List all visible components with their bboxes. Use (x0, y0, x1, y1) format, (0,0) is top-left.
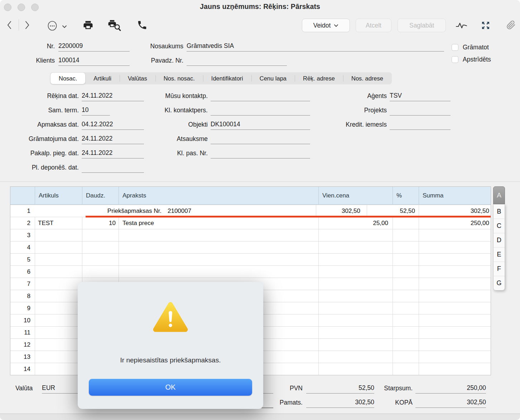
table-row[interactable]: 5 (10, 253, 491, 265)
atsauksme-field[interactable] (211, 133, 310, 144)
flip-tab-b[interactable]: B (493, 204, 505, 219)
artikuls-cell[interactable] (35, 229, 82, 241)
pct-cell[interactable] (393, 278, 419, 290)
gramatot-checkbox[interactable] (452, 44, 458, 51)
pakalp-pieg-dat-field[interactable]: 24.11.2022 (82, 148, 144, 158)
artikuls-cell[interactable] (35, 266, 82, 278)
pct-cell[interactable] (393, 266, 419, 278)
summa-cell[interactable] (419, 302, 491, 314)
summa-cell[interactable] (419, 363, 491, 375)
prepayment-number-cell[interactable]: 2100007 (164, 205, 316, 217)
pamats-field[interactable]: 302,50 (306, 397, 374, 408)
record-menu-icon[interactable] (47, 20, 58, 31)
summa-cell[interactable] (419, 314, 491, 326)
tab-identifikatori[interactable]: Identifikatori (203, 73, 251, 84)
row-number-cell[interactable]: 14 (10, 363, 35, 375)
tab-artikuli[interactable]: Artikuli (85, 73, 120, 84)
row-number-cell[interactable]: 13 (10, 351, 35, 363)
apraksts-cell[interactable] (119, 266, 318, 278)
pl-depones-dat-field[interactable] (82, 162, 144, 173)
row-number-cell[interactable]: 8 (10, 290, 35, 302)
row-number-cell[interactable]: 1 (10, 205, 35, 217)
create-button[interactable]: Veidot (302, 19, 350, 32)
summa-cell[interactable] (419, 351, 491, 363)
table-row-prepayment[interactable]: 1 Priekšapmaksas Nr. 2100007 302,50 52,5… (10, 205, 491, 217)
daudz-cell[interactable] (82, 229, 119, 241)
pavadz-field[interactable] (187, 55, 287, 66)
save-button[interactable]: Saglabāt (398, 19, 446, 32)
artikuls-cell[interactable] (35, 302, 82, 314)
artikuls-cell[interactable] (35, 327, 82, 338)
pct-cell[interactable] (393, 351, 419, 363)
summa-cell[interactable] (419, 229, 491, 241)
artikuls-cell[interactable] (35, 314, 82, 326)
nosaukums-field[interactable]: Grāmatvedis SIA (187, 41, 444, 52)
kredit-iemesls-field[interactable] (390, 119, 451, 130)
artikuls-cell[interactable] (35, 278, 82, 290)
activity-pulse-icon[interactable] (455, 20, 468, 30)
print-icon[interactable] (82, 19, 95, 31)
prepayment-price-cell[interactable]: 302,50 (316, 205, 367, 217)
pct-cell[interactable] (393, 339, 419, 351)
summa-cell[interactable]: 250,00 (419, 217, 491, 229)
agents-field[interactable]: TSV (390, 91, 451, 101)
tab-nos-adrese[interactable]: Nos. adrese (343, 73, 391, 84)
summa-cell[interactable] (419, 278, 491, 290)
chevron-down-icon[interactable] (62, 24, 67, 29)
summa-cell[interactable] (419, 266, 491, 278)
viencena-cell[interactable] (318, 229, 393, 241)
pct-cell[interactable] (393, 302, 419, 314)
summa-cell[interactable] (419, 290, 491, 302)
flip-tab-e[interactable]: E (493, 247, 505, 262)
apraksts-cell[interactable] (119, 241, 318, 253)
apraksts-cell[interactable]: Testa prece (119, 217, 318, 229)
cancel-button[interactable]: Atcelt (356, 19, 391, 32)
apmaksas-dat-field[interactable]: 04.12.2022 (82, 119, 144, 130)
flip-tab-d[interactable]: D (493, 233, 505, 247)
viencena-cell[interactable] (318, 363, 393, 375)
artikuls-cell[interactable] (35, 254, 82, 265)
expand-icon[interactable] (480, 20, 491, 31)
row-number-cell[interactable]: 2 (10, 217, 35, 229)
tab-nos-nosac[interactable]: Nos. nosac. (155, 73, 203, 84)
flip-tab-a[interactable]: A (493, 186, 505, 204)
tab-cenu-lapa[interactable]: Cenu lapa (251, 73, 295, 84)
tab-valutas[interactable]: Valūtas (120, 73, 155, 84)
viencena-cell[interactable] (318, 314, 393, 326)
apraksts-cell[interactable] (119, 229, 318, 241)
apstridets-checkbox[interactable] (452, 56, 458, 63)
row-number-cell[interactable]: 7 (10, 278, 35, 290)
artikuls-cell[interactable] (35, 363, 82, 375)
row-number-cell[interactable]: 12 (10, 339, 35, 351)
flip-tab-g[interactable]: G (493, 276, 505, 290)
musu-kontaktp-field[interactable] (211, 91, 310, 101)
pvn-field[interactable]: 52,50 (306, 383, 374, 394)
viencena-cell[interactable] (318, 327, 393, 338)
daudz-cell[interactable] (82, 266, 119, 278)
table-row-item[interactable]: 2 TEST 10 Testa prece 25,00 250,00 (10, 217, 491, 229)
row-number-cell[interactable]: 5 (10, 254, 35, 265)
daudz-cell[interactable]: 10 (82, 217, 119, 229)
viencena-cell[interactable] (318, 266, 393, 278)
print-preview-icon[interactable] (106, 19, 122, 31)
viencena-cell[interactable]: 25,00 (318, 217, 393, 229)
pct-cell[interactable] (393, 290, 419, 302)
summa-cell[interactable] (419, 339, 491, 351)
apraksts-cell[interactable] (119, 254, 318, 265)
kopa-field[interactable]: 302,50 (415, 397, 486, 408)
klients-field[interactable]: 100014 (58, 55, 130, 66)
row-number-cell[interactable]: 11 (10, 327, 35, 338)
paperclip-icon[interactable] (506, 19, 516, 31)
row-number-cell[interactable]: 4 (10, 241, 35, 253)
artikuls-cell[interactable]: TEST (35, 217, 82, 229)
summa-cell[interactable] (419, 327, 491, 338)
viencena-cell[interactable] (318, 302, 393, 314)
nr-field[interactable]: 2200009 (58, 41, 130, 52)
kl-pas-nr-field[interactable] (211, 148, 310, 158)
artikuls-cell[interactable] (35, 290, 82, 302)
viencena-cell[interactable] (318, 241, 393, 253)
prepayment-pct-cell[interactable]: 52,50 (367, 205, 419, 217)
flip-tab-f[interactable]: F (493, 262, 505, 276)
artikuls-cell[interactable] (35, 339, 82, 351)
forward-icon[interactable] (22, 19, 32, 31)
